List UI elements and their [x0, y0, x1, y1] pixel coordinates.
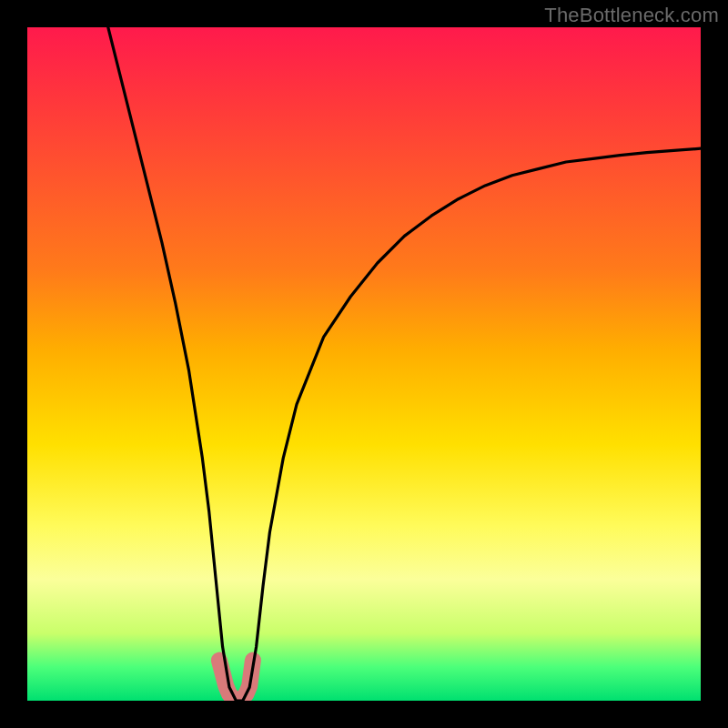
curve-layer — [108, 27, 701, 701]
curve-svg — [27, 27, 701, 701]
watermark-text: TheBottleneck.com — [544, 4, 719, 27]
highlight-range-path — [219, 661, 253, 701]
highlight-layer — [219, 661, 253, 701]
bottleneck-curve-path — [108, 27, 701, 701]
plot-area — [27, 27, 701, 701]
chart-frame: TheBottleneck.com — [0, 0, 728, 728]
